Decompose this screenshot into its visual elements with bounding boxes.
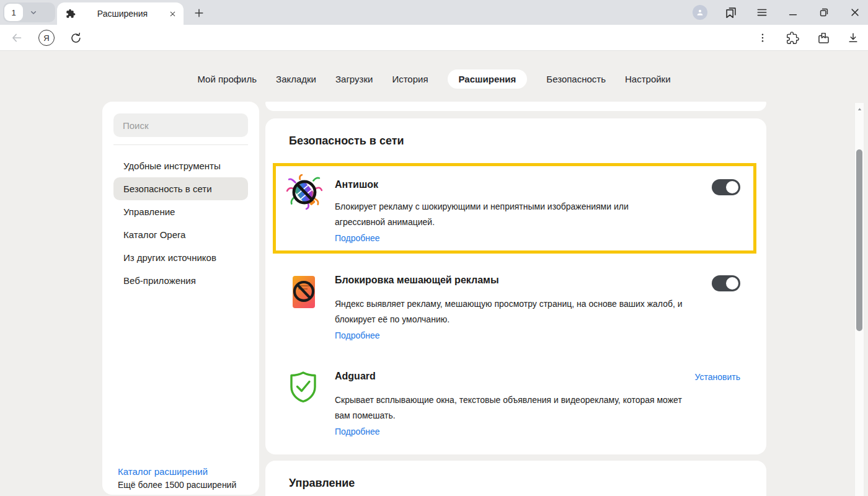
nav-tab-profile[interactable]: Мой профиль [197,69,257,89]
scroll-up-icon[interactable] [856,105,864,113]
extensions-button[interactable] [783,25,802,51]
tab-close-icon[interactable] [169,11,176,17]
extension-row-antishock: Антишок Блокирует рекламу с шокирующими … [286,173,745,249]
toggle-knob [726,181,738,193]
previous-card-bottom [265,102,766,111]
refresh-button[interactable] [66,25,85,51]
profile-avatar[interactable] [692,4,708,20]
extension-name: Блокировка мешающей рекламы [335,273,745,286]
tab-strip: 1 Расширения [0,0,868,25]
extensions-sidebar: Удобные инструменты Безопасность в сети … [102,102,259,495]
tab-counter[interactable]: 1 [4,4,23,21]
browser-toolbar: Я Y browser://tune [0,25,868,51]
sidebar-item-other-sources[interactable]: Из других источников [113,246,248,269]
nav-tab-settings[interactable]: Настройки [625,69,671,89]
install-link[interactable]: Установить [695,372,740,382]
nav-tab-history[interactable]: История [392,69,428,89]
scrollbar-thumb[interactable] [856,149,862,331]
close-window-button[interactable] [847,4,863,20]
side-panels-button[interactable] [723,4,739,20]
tab-group-control[interactable]: 1 [3,2,55,22]
avatar-icon [693,5,707,20]
scrollbar[interactable] [854,103,864,496]
nav-tab-security[interactable]: Безопасность [546,69,606,89]
next-section-title: Управление [265,461,766,490]
extension-description: Яндекс выявляет рекламу, мешающую просмо… [335,296,693,327]
more-link[interactable]: Подробнее [335,330,380,340]
adblock-toggle[interactable] [712,275,740,291]
divider [113,144,248,145]
adguard-shield-icon [288,371,318,403]
nav-tab-downloads[interactable]: Загрузки [335,69,373,89]
browser-tab-extensions[interactable]: Расширения [57,2,184,25]
sidebar-list: Удобные инструменты Безопасность в сети … [113,154,248,292]
sidebar-item-web-apps[interactable]: Веб-приложения [113,269,248,292]
blocked-ad-icon [291,275,317,309]
downloads-button[interactable] [844,25,862,51]
minimize-button[interactable] [785,4,801,20]
nav-tab-bookmarks[interactable]: Закладки [276,69,316,89]
web-security-card: Безопасность в сети [265,118,766,454]
more-link[interactable]: Подробнее [335,233,380,243]
sidebar-footer: Каталог расширений Ещё более 1500 расшир… [118,464,236,492]
tab-title: Расширения [76,9,169,19]
more-options-button[interactable] [753,25,772,51]
extension-description: Скрывает всплывающие окна, текстовые объ… [335,392,693,423]
sidebar-item-web-security[interactable]: Безопасность в сети [113,177,248,200]
toggle-knob [726,277,738,290]
nav-tab-extensions[interactable]: Расширения [448,69,528,89]
settings-nav: Мой профиль Закладки Загрузки История Ра… [0,69,868,89]
sidebar-item-management[interactable]: Управление [113,200,248,223]
extension-name: Adguard [335,370,745,382]
yandex-logo-icon: Я [38,30,55,46]
extension-row-adguard: Adguard Скрывает всплывающие окна, текст… [286,370,745,444]
extensions-catalog-link[interactable]: Каталог расширений [118,464,236,479]
extension-row-adblock: Блокировка мешающей рекламы Яндекс выявл… [286,273,745,354]
back-button[interactable] [7,25,26,51]
restore-button[interactable] [816,4,832,20]
extension-description: Блокирует рекламу с шокирующими и неприя… [335,199,645,230]
new-tab-button[interactable] [191,5,207,21]
puzzle-icon [66,9,76,19]
antishock-icon [286,174,322,210]
sidebar-item-opera-catalog[interactable]: Каталог Opera [113,223,248,246]
antishock-toggle[interactable] [712,179,740,195]
management-card: Управление [265,461,766,496]
more-link[interactable]: Подробнее [335,427,380,436]
sidebar-item-tools[interactable]: Удобные инструменты [113,154,248,177]
yandex-logo-button[interactable]: Я [37,25,56,51]
search-input[interactable] [113,113,248,137]
collections-button[interactable] [814,25,833,51]
section-title: Безопасность в сети [265,118,766,148]
tune-page: Мой профиль Закладки Загрузки История Ра… [0,51,868,496]
chevron-down-icon [29,7,38,17]
extensions-catalog-note: Ещё более 1500 расширений [118,479,236,492]
extension-name: Антишок [335,173,745,190]
menu-button[interactable] [754,4,770,20]
